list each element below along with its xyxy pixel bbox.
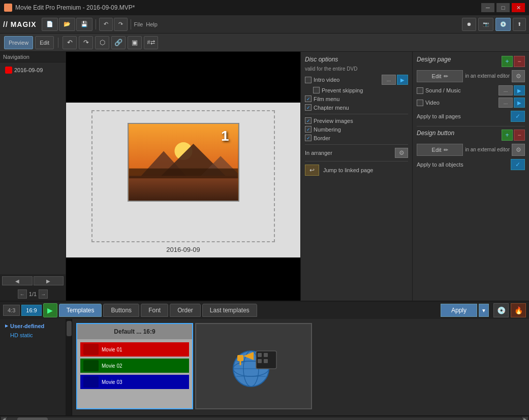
design-button-remove-button[interactable]: − [514,130,525,141]
tab-preview[interactable]: Preview [4,36,33,49]
nav-scroll-right-button[interactable]: ▶ [34,276,64,285]
disc-separator-2 [305,144,408,145]
tab-order[interactable]: Order [170,304,201,317]
camera-button[interactable]: 📷 [478,18,493,31]
new-file-button[interactable]: 📄 [42,18,58,31]
close-button[interactable]: ✕ [512,3,525,12]
menu-file[interactable]: File [134,21,143,27]
border-checkbox[interactable] [305,135,312,141]
nav-prev-page-button[interactable]: ← [18,289,27,299]
tab-font[interactable]: Font [141,304,168,317]
apply-dropdown-button[interactable]: ▼ [479,304,489,317]
burn-disc-button[interactable]: 💿 [493,303,509,317]
preview-images-checkbox[interactable] [305,117,312,124]
main-toolbar: // MAGIX 📄 📂 💾 ↶ ↷ File Help ⏺ 📷 💿 ⬆ [0,15,529,34]
undo-tool-button[interactable]: ↶ [63,36,77,49]
intro-dots-button[interactable]: … [382,75,396,85]
svg-rect-14 [258,353,262,357]
design-edit-button[interactable]: Edit ✏ [417,70,463,82]
video-label: Video [425,100,440,106]
svg-rect-5 [129,176,237,201]
video-play-button[interactable]: ▶ [514,98,525,108]
design-button-edit-button[interactable]: Edit ✏ [417,144,463,156]
intro-video-checkbox[interactable] [305,77,312,83]
svg-rect-19 [237,355,243,361]
gallery-category-user-defined[interactable]: ▸ User-defined [2,321,64,331]
gallery-hscrollbar[interactable]: ◀ ▶ [0,415,529,420]
toolbar-separator-1 [96,19,96,29]
nav-item-project[interactable]: 2016-09-09 [1,64,65,76]
nav-scroll-left-button[interactable]: ◀ [2,276,33,285]
gallery-category-hd-static[interactable]: HD static [2,331,64,340]
app-title: Movie Edit Pro Premium - 2016-09-09.MVP* [15,4,135,11]
redo-button[interactable]: ↷ [114,18,128,31]
hscroll-thumb[interactable] [17,417,48,421]
arranger-settings-button[interactable]: ⚙ [395,148,408,158]
video-checkbox[interactable] [417,100,423,106]
nav-page-info: 1/1 [29,291,37,297]
design-settings-button[interactable]: ⚙ [512,70,525,82]
design-page-header-buttons: + − [502,56,525,67]
intro-play-button[interactable]: ▶ [397,75,408,85]
hscroll-right-button[interactable]: ▶ [522,417,528,421]
undo-button[interactable]: ↶ [99,18,113,31]
titlebar-controls[interactable]: ─ □ ✕ [481,3,525,12]
frame-tool-button[interactable]: ▣ [128,36,142,49]
sound-music-checkbox[interactable] [417,87,423,94]
menu-help[interactable]: Help [146,21,158,27]
apply-button[interactable]: Apply [441,304,477,317]
open-file-button[interactable]: 📂 [59,18,75,31]
film-menu-checkbox[interactable] [305,95,312,102]
tab-templates[interactable]: Templates [59,304,102,317]
design-page-remove-button[interactable]: − [514,56,525,67]
redo-tool-button[interactable]: ↷ [79,36,93,49]
snap-tool-button[interactable]: #⇄ [144,36,158,49]
tab-buttons[interactable]: Buttons [103,304,139,317]
disc-button[interactable]: 💿 [495,18,511,31]
gallery-thumb-default-16-9[interactable]: Default ... 16:9 Movie 01 Movie 02 Movie… [76,323,193,409]
gallery-scrollbar-thumb[interactable] [67,321,72,336]
hscroll-left-button[interactable]: ◀ [1,417,7,421]
prevent-skipping-checkbox[interactable] [313,87,320,93]
chapter-menu-row: Chapter menu [305,104,408,111]
sound-dots-button[interactable]: … [499,85,513,95]
ratio-4-3-button[interactable]: 4:3 [3,305,20,316]
design-button-add-button[interactable]: + [502,130,513,141]
bottom-icons: 💿 🔥 [493,303,526,317]
link-tool-button[interactable]: 🔗 [111,36,126,49]
play-preview-button[interactable]: ▶ [43,303,57,317]
design-edit-label: Edit [432,73,442,79]
nav-next-page-button[interactable]: → [39,289,48,299]
gallery-categories: ▸ User-defined HD static [0,319,66,415]
preview-thumbnail[interactable]: 1 [128,123,239,202]
video-dots-button[interactable]: … [499,98,513,108]
numbering-checkbox[interactable] [305,126,312,133]
design-page-add-button[interactable]: + [502,56,513,67]
sound-play-button[interactable]: ▶ [514,85,525,95]
gallery-thumb-2[interactable] [195,323,312,409]
design-button-settings-button[interactable]: ⚙ [512,144,525,156]
save-file-button[interactable]: 💾 [76,18,92,31]
burn-fire-button[interactable]: 🔥 [511,303,526,317]
tab-last-templates[interactable]: Last templates [202,304,257,317]
intro-video-row: Intro video … ▶ [305,75,408,85]
gallery-movie-thumb-2 [83,360,99,371]
ratio-16-9-button[interactable]: 16:9 [21,305,41,316]
design-separator [417,126,525,126]
chapter-menu-checkbox[interactable] [305,104,312,111]
apply-all-objects-button[interactable]: ✓ [511,159,525,170]
apply-all-pages-button[interactable]: ✓ [511,111,525,122]
minimize-button[interactable]: ─ [481,3,494,12]
record-button[interactable]: ⏺ [462,18,476,31]
tab-edit[interactable]: Edit [35,36,54,49]
gallery-left-scrollbar[interactable] [66,319,72,415]
cursor-tool-button[interactable]: ⬡ [95,36,109,49]
jump-linked-icon-button[interactable]: ↩ [305,165,319,176]
nav-page-controls: ← 1/1 → [0,287,66,301]
nav-item-icon [5,67,12,74]
border-row: Border [305,135,408,141]
maximize-button[interactable]: □ [496,3,510,12]
export-button[interactable]: ⬆ [513,18,526,31]
titlebar-left: Movie Edit Pro Premium - 2016-09-09.MVP* [4,4,135,12]
app-icon [4,4,12,12]
